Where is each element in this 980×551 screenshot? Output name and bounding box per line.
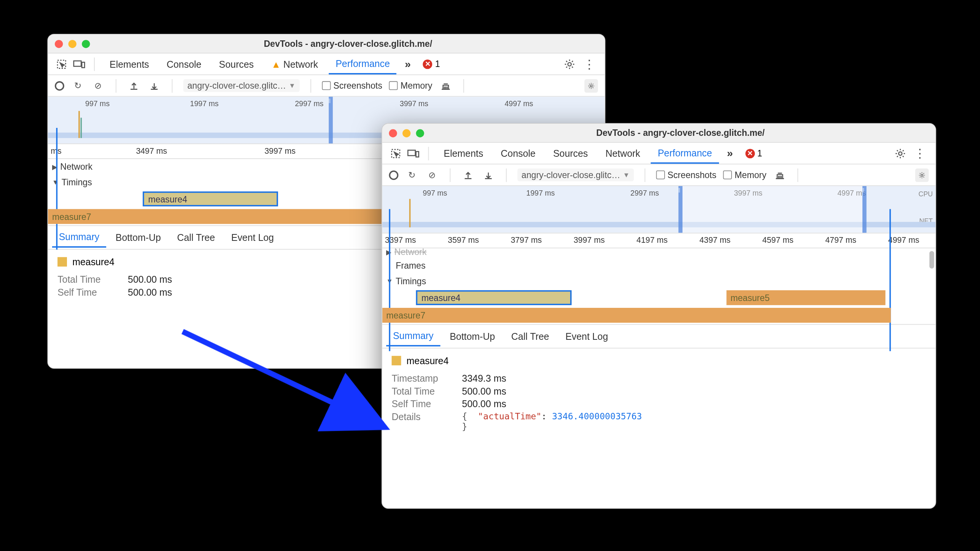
- time-marker: [56, 128, 58, 250]
- device-icon[interactable]: [407, 147, 420, 160]
- ruler-tick: 3497 ms: [136, 146, 167, 156]
- window-title: DevTools - angry-clover-close.glitch.me/: [432, 128, 929, 138]
- close-icon[interactable]: [55, 40, 63, 48]
- clear-icon[interactable]: ⊘: [425, 168, 439, 182]
- screenshots-checkbox[interactable]: Screenshots: [656, 170, 716, 180]
- row-label: Total Time: [57, 274, 118, 285]
- capture-settings-icon[interactable]: [584, 79, 598, 92]
- record-button[interactable]: [55, 81, 64, 90]
- clear-icon[interactable]: ⊘: [91, 79, 105, 92]
- timeline-ruler[interactable]: 3397 ms 3597 ms 3797 ms 3997 ms 4197 ms …: [382, 233, 935, 248]
- caret-down-icon: ▼: [289, 82, 296, 89]
- download-icon[interactable]: [482, 168, 495, 182]
- overflow-icon[interactable]: »: [401, 58, 415, 70]
- panel-tabs: Elements Console Sources Network Perform…: [382, 143, 935, 164]
- upload-icon[interactable]: [461, 168, 475, 182]
- screenshots-checkbox[interactable]: Screenshots: [322, 81, 382, 91]
- flame-chart[interactable]: ▶Network Frames ▼Timings measure4 measur…: [382, 248, 935, 324]
- error-badge[interactable]: ✕1: [423, 59, 440, 69]
- recording-selector[interactable]: angry-clover-close.glitc…▼: [183, 79, 300, 92]
- tab-performance[interactable]: Performance: [329, 54, 396, 74]
- minimize-icon[interactable]: [68, 40, 76, 48]
- track-network[interactable]: ▶Network: [382, 248, 935, 258]
- error-icon: ✕: [745, 148, 754, 158]
- tab-performance[interactable]: Performance: [651, 143, 719, 163]
- reload-icon[interactable]: ↻: [405, 168, 419, 182]
- memory-checkbox[interactable]: Memory: [723, 170, 767, 180]
- kebab-icon[interactable]: ⋮: [911, 146, 929, 161]
- error-badge[interactable]: ✕1: [745, 148, 762, 158]
- flame-measure7[interactable]: measure7: [382, 308, 891, 323]
- ruler-tick: 3797 ms: [511, 236, 542, 245]
- titlebar[interactable]: DevTools - angry-clover-close.glitch.me/: [382, 124, 935, 143]
- kebab-icon[interactable]: ⋮: [581, 56, 598, 71]
- svg-point-9: [921, 174, 923, 176]
- garbage-collect-icon[interactable]: [439, 79, 453, 92]
- tab-network[interactable]: ▲ Network: [264, 54, 325, 73]
- reload-icon[interactable]: ↻: [71, 79, 85, 92]
- recording-selector[interactable]: angry-clover-close.glitc…▼: [517, 169, 634, 182]
- flame-measure4[interactable]: measure4: [416, 290, 571, 305]
- tab-sources[interactable]: Sources: [546, 144, 595, 163]
- tab-summary[interactable]: Summary: [386, 326, 440, 346]
- overflow-icon[interactable]: »: [723, 147, 737, 159]
- tab-bottom-up[interactable]: Bottom-Up: [109, 228, 168, 247]
- inspect-icon[interactable]: [55, 57, 68, 71]
- tab-sources[interactable]: Sources: [212, 54, 261, 73]
- svg-rect-6: [408, 150, 415, 155]
- tab-event-log[interactable]: Event Log: [558, 327, 615, 346]
- svg-rect-7: [416, 151, 418, 156]
- memory-checkbox[interactable]: Memory: [389, 81, 433, 91]
- upload-icon[interactable]: [127, 79, 141, 92]
- flame-measure5[interactable]: measure5: [727, 290, 886, 305]
- titlebar[interactable]: DevTools - angry-clover-close.glitch.me/: [48, 35, 605, 54]
- device-icon[interactable]: [72, 57, 86, 71]
- tab-elements[interactable]: Elements: [437, 144, 490, 163]
- overview-tick: 1997 ms: [526, 189, 555, 197]
- gear-icon[interactable]: [894, 147, 907, 160]
- gear-icon[interactable]: [563, 57, 576, 71]
- ruler-tick: 4797 ms: [825, 236, 856, 245]
- download-icon[interactable]: [148, 79, 161, 92]
- ruler-tick: 3597 ms: [448, 236, 479, 245]
- row-label: Timestamp: [391, 373, 452, 384]
- overview-tick: 997 ms: [85, 99, 110, 107]
- tab-bottom-up[interactable]: Bottom-Up: [443, 327, 502, 346]
- tab-summary[interactable]: Summary: [52, 227, 106, 247]
- tab-call-tree[interactable]: Call Tree: [504, 327, 556, 346]
- devtools-window-after: DevTools - angry-clover-close.glitch.me/…: [382, 123, 936, 509]
- tab-elements[interactable]: Elements: [103, 54, 156, 73]
- overview-handle-right[interactable]: [862, 186, 867, 233]
- overview-tick: 2997 ms: [630, 189, 659, 197]
- tab-network[interactable]: Network: [599, 144, 647, 163]
- overview-selection[interactable]: [682, 186, 862, 233]
- record-button[interactable]: [389, 170, 398, 180]
- minimize-icon[interactable]: [402, 129, 410, 137]
- tab-event-log[interactable]: Event Log: [224, 228, 281, 247]
- garbage-collect-icon[interactable]: [773, 168, 787, 182]
- track-frames[interactable]: Frames: [382, 258, 935, 273]
- overview-handle-left[interactable]: [329, 97, 333, 143]
- tab-call-tree[interactable]: Call Tree: [170, 228, 222, 247]
- maximize-icon[interactable]: [82, 40, 90, 48]
- summary-pane: measure4 Timestamp3349.3 ms Total Time50…: [382, 349, 935, 441]
- disclosure-open-icon: ▼: [52, 178, 59, 186]
- ruler-tick: 4997 ms: [888, 236, 920, 245]
- scrollbar-thumb[interactable]: [929, 251, 934, 269]
- track-timings[interactable]: ▼Timings: [382, 273, 935, 289]
- capture-settings-icon[interactable]: [915, 168, 929, 182]
- svg-rect-2: [82, 62, 84, 67]
- inspect-icon[interactable]: [389, 147, 402, 160]
- timeline-overview[interactable]: 997 ms 1997 ms 2997 ms 3997 ms 4997 ms C…: [382, 186, 935, 233]
- tab-console[interactable]: Console: [494, 144, 542, 163]
- maximize-icon[interactable]: [416, 129, 424, 137]
- svg-point-8: [899, 151, 902, 155]
- svg-point-3: [568, 62, 571, 66]
- row-value: 3349.3 ms: [462, 373, 506, 384]
- close-icon[interactable]: [389, 129, 397, 137]
- tab-console[interactable]: Console: [160, 54, 208, 73]
- overview-cpu-label: CPU: [918, 190, 933, 198]
- flame-measure4[interactable]: measure4: [143, 191, 278, 206]
- overview-handle-left[interactable]: [678, 186, 682, 233]
- ruler-tick: 4397 ms: [699, 236, 730, 245]
